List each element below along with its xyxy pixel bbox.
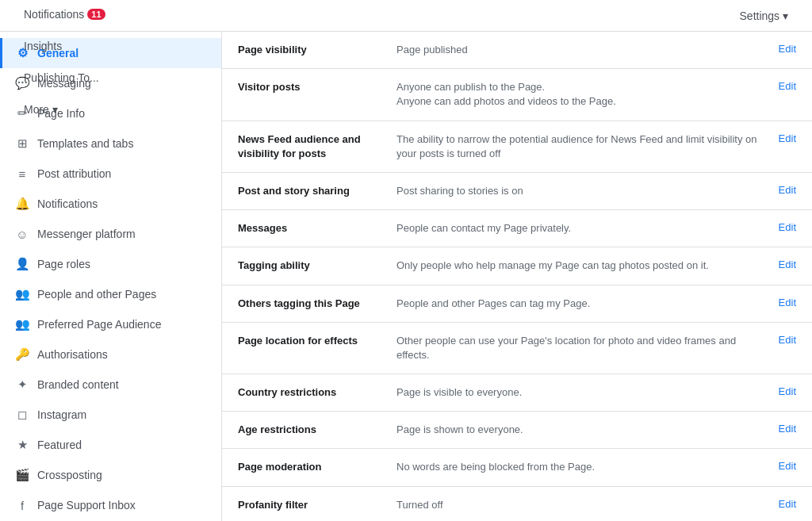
settings-row-value: Only people who help manage my Page can … <box>396 259 764 273</box>
settings-row-value: Post sharing to stories is on <box>396 184 764 198</box>
settings-row-label: Country restrictions <box>238 385 396 400</box>
settings-row-label: Post and story sharing <box>238 184 396 198</box>
branded-content-icon: ✦ <box>15 377 29 392</box>
nav-item-insights[interactable]: Insights <box>13 32 117 63</box>
settings-row: Profanity filterTurned offEdit <box>222 487 812 521</box>
featured-icon: ★ <box>15 438 29 452</box>
notifications-icon: 🔔 <box>15 197 29 211</box>
nav-badge: 11 <box>87 9 105 20</box>
settings-row-edit-button[interactable]: Edit <box>764 297 796 308</box>
settings-row-label: Page location for effects <box>238 334 396 348</box>
nav-item-publishing-tools[interactable]: Publishing To... <box>13 63 117 95</box>
sidebar-item-label: Page Support Inbox <box>37 499 136 511</box>
people-other-pages-icon: 👥 <box>15 287 29 301</box>
settings-row: Post and story sharingPost sharing to st… <box>222 173 812 210</box>
sidebar-item-crossposting[interactable]: 🎬Crossposting <box>0 460 221 490</box>
sidebar-item-label: Page roles <box>37 258 90 270</box>
sidebar-item-page-roles[interactable]: 👤Page roles <box>0 249 221 279</box>
settings-row: Age restrictionsPage is shown to everyon… <box>222 412 812 449</box>
settings-row: MessagesPeople can contact my Page priva… <box>222 210 812 247</box>
top-navigation: PageAd CentreInboxNotifications11Insight… <box>0 0 812 32</box>
settings-row-label: Age restrictions <box>238 423 396 437</box>
page-support-inbox-icon: f <box>15 498 29 512</box>
settings-row-value: People and other Pages can tag my Page. <box>396 297 764 311</box>
instagram-icon: ◻ <box>15 408 29 422</box>
settings-row-value: Page is shown to everyone. <box>396 423 764 437</box>
settings-row: Page moderationNo words are being blocke… <box>222 449 812 486</box>
settings-row-edit-button[interactable]: Edit <box>764 460 796 472</box>
sidebar-item-preferred-page-audience[interactable]: 👥Preferred Page Audience <box>0 309 221 339</box>
nav-item-label: Notifications <box>24 8 84 21</box>
sidebar-item-page-support-inbox[interactable]: fPage Support Inbox <box>0 490 221 520</box>
settings-row-label: Profanity filter <box>238 498 396 512</box>
preferred-page-audience-icon: 👥 <box>15 317 29 331</box>
settings-row: News Feed audience and visibility for po… <box>222 121 812 173</box>
sidebar-item-label: Messenger platform <box>37 228 136 240</box>
settings-row-edit-button[interactable]: Edit <box>764 132 796 144</box>
settings-row-edit-button[interactable]: Edit <box>764 423 796 435</box>
settings-row-label: Messages <box>238 221 396 236</box>
settings-row-label: Tagging ability <box>238 259 396 273</box>
settings-row-edit-button[interactable]: Edit <box>764 221 796 233</box>
sidebar-item-label: People and other Pages <box>37 288 156 301</box>
settings-row-value: Page is visible to everyone. <box>396 385 764 400</box>
settings-row-edit-button[interactable]: Edit <box>764 385 796 397</box>
sidebar-item-label: Preferred Page Audience <box>37 318 161 331</box>
settings-row-label: Page moderation <box>238 460 396 474</box>
settings-row-value: The ability to narrow the potential audi… <box>396 132 764 161</box>
settings-row: Page location for effectsOther people ca… <box>222 323 812 374</box>
sidebar-item-featured[interactable]: ★Featured <box>0 430 221 460</box>
settings-row-value: People can contact my Page privately. <box>396 221 764 236</box>
nav-items-container: PageAd CentreInboxNotifications11Insight… <box>13 0 799 127</box>
settings-row-edit-button[interactable]: Edit <box>764 259 796 270</box>
sidebar-item-people-other-pages[interactable]: 👥People and other Pages <box>0 279 221 309</box>
crossposting-icon: 🎬 <box>15 468 29 482</box>
sidebar-item-post-attribution[interactable]: ≡Post attribution <box>0 159 221 189</box>
settings-row-value: Turned off <box>396 498 764 512</box>
templates-tabs-icon: ⊞ <box>15 136 29 151</box>
sidebar-item-authorisations[interactable]: 🔑Authorisations <box>0 339 221 370</box>
settings-row: Others tagging this PagePeople and other… <box>222 285 812 323</box>
settings-row-value: Other people can use your Page's locatio… <box>396 334 764 362</box>
sidebar-item-instagram[interactable]: ◻Instagram <box>0 400 221 430</box>
nav-item-label: More ▾ <box>24 103 58 116</box>
sidebar-item-label: Crossposting <box>37 469 102 481</box>
nav-item-more[interactable]: More ▾ <box>13 95 117 127</box>
nav-item-label: Insights <box>24 40 62 52</box>
sidebar-item-label: Authorisations <box>37 348 108 361</box>
sidebar-item-label: Featured <box>37 439 82 451</box>
messenger-platform-icon: ☺ <box>15 227 29 241</box>
nav-item-notifications[interactable]: Notifications11 <box>13 0 117 32</box>
page-roles-icon: 👤 <box>15 257 29 271</box>
sidebar-item-templates-tabs[interactable]: ⊞Templates and tabs <box>0 128 221 159</box>
settings-row-edit-button[interactable]: Edit <box>764 184 796 196</box>
post-attribution-icon: ≡ <box>15 167 29 181</box>
sidebar-item-label: Branded content <box>37 378 119 391</box>
settings-row-label: Others tagging this Page <box>238 297 396 311</box>
sidebar-item-messenger-platform[interactable]: ☺Messenger platform <box>0 219 221 249</box>
authorisations-icon: 🔑 <box>15 347 29 362</box>
sidebar-item-label: Post attribution <box>37 167 111 180</box>
settings-nav-item[interactable]: Settings ▾ <box>729 0 799 32</box>
settings-row: Country restrictionsPage is visible to e… <box>222 374 812 412</box>
settings-row-label: News Feed audience and visibility for po… <box>238 132 396 161</box>
nav-item-label: Publishing To... <box>24 71 99 84</box>
sidebar-item-notifications[interactable]: 🔔Notifications <box>0 189 221 219</box>
sidebar-item-label: Notifications <box>37 197 98 210</box>
sidebar-item-label: Instagram <box>37 408 86 421</box>
settings-row: Tagging abilityOnly people who help mana… <box>222 247 812 285</box>
sidebar-item-branded-content[interactable]: ✦Branded content <box>0 370 221 400</box>
sidebar-item-label: Templates and tabs <box>37 137 133 150</box>
settings-row-edit-button[interactable]: Edit <box>764 334 796 346</box>
settings-row-value: No words are being blocked from the Page… <box>396 460 764 474</box>
settings-row-edit-button[interactable]: Edit <box>764 498 796 510</box>
